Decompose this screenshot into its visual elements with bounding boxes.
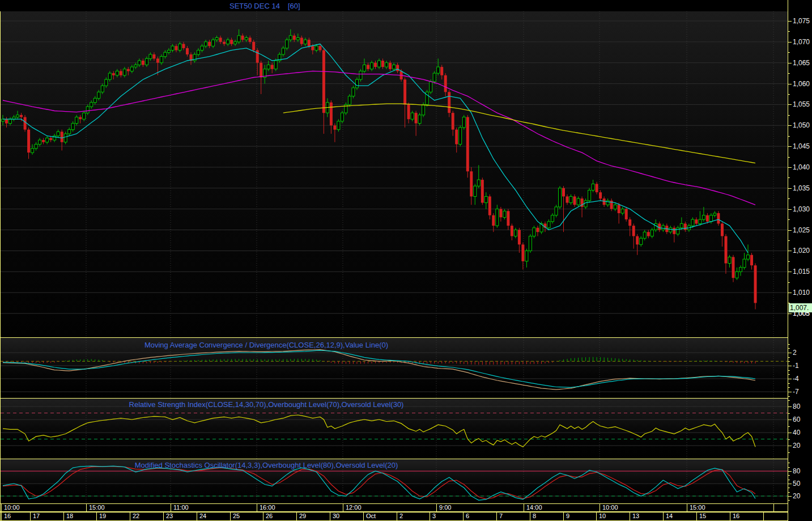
last-price-tag: 1,007. — [789, 303, 812, 312]
stochastics-title: Modified Stochastics Oscillator(14,3,3),… — [0, 461, 533, 469]
macd-title: Moving Average Convergence / Divergence(… — [0, 341, 533, 349]
frame-left-border — [0, 11, 1, 521]
rsi-title: Relative Strength Index(CLOSE,14,30,70),… — [0, 400, 533, 409]
chart-overlay — [0, 0, 812, 521]
panel-separator — [0, 459, 788, 459]
panel-separator — [0, 398, 788, 399]
trading-chart-window: SET50 DEC 14 [60] Moving Average Converg… — [0, 0, 812, 521]
panel-separator — [0, 337, 788, 338]
